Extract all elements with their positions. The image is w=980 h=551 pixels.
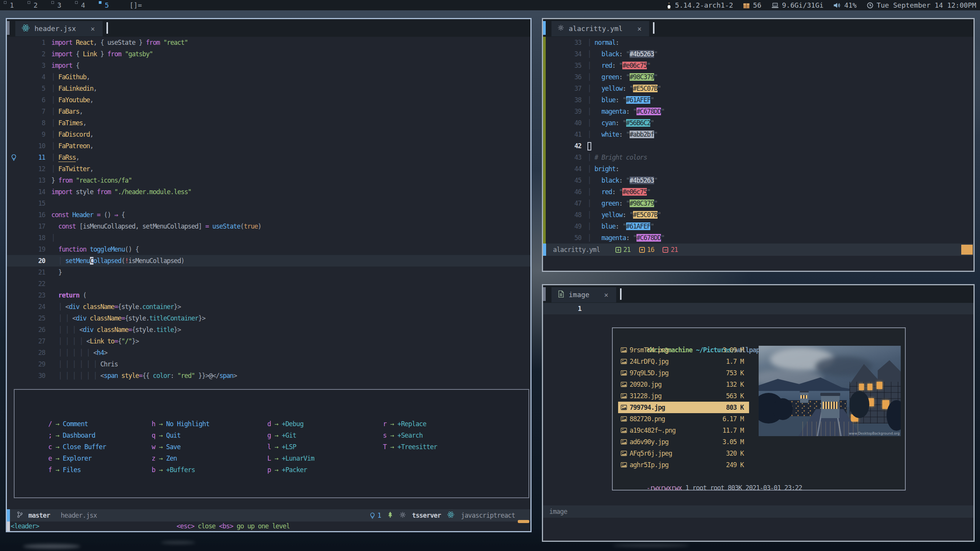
tab-image[interactable]: image ×: [551, 287, 616, 302]
which-key-binding-c[interactable]: c → Close Buffer: [48, 441, 106, 453]
close-icon[interactable]: ×: [604, 291, 608, 299]
file-manager-float[interactable]: chris@machine ~/Pictures/wallpapers/7997…: [612, 327, 906, 491]
code-line-29[interactable]: 29 │ │ │ │ │ │ Chris: [7, 358, 530, 370]
which-key-binding-r[interactable]: r → +Replace: [383, 418, 437, 430]
code-line-9[interactable]: 9│ FaDiscord,: [7, 129, 530, 140]
window-image-preview[interactable]: image × 1 chris@machine ~/Pictures/wallp…: [542, 284, 975, 542]
code-line-26[interactable]: 26 │ │ │ <div className={style.title}>: [7, 324, 530, 335]
window-editor-alacritty[interactable]: alacritty.yml × 33│ normal:34│ black: "#…: [542, 18, 975, 272]
code-line-25[interactable]: 25 │ │ <div className={style.titleContai…: [7, 312, 530, 324]
code-line-22[interactable]: 22: [7, 278, 530, 289]
which-key-binding-T[interactable]: T → +Treesitter: [383, 441, 437, 453]
tab-header-jsx[interactable]: header.jsx ×: [15, 21, 103, 36]
file-row-882720.png[interactable]: 882720.png6.17 M: [618, 413, 749, 425]
code-line-19[interactable]: 19 function toggleMenu() {: [7, 244, 530, 255]
workspace-tag-1[interactable]: 1: [0, 0, 24, 10]
window-editor-left[interactable]: header.jsx × 1import React, { useState }…: [6, 18, 532, 532]
which-key-binding-w[interactable]: w → Save: [152, 441, 209, 453]
command-line-left[interactable]: <leader> <esc> close <bs> go up one leve…: [7, 522, 530, 531]
code-line-37[interactable]: 37│ yellow: "#E5C07B": [543, 83, 973, 94]
scrollbar-thumb[interactable]: [518, 520, 529, 523]
code-line-28[interactable]: 28 │ │ │ │ │ <h4>: [7, 347, 530, 358]
which-key-binding-q[interactable]: q → Quit: [152, 430, 209, 441]
code-line-17[interactable]: 17 const [isMenuCollapsed, setMenuCollap…: [7, 221, 530, 232]
code-line-49[interactable]: 49│ blue: "#61AFEF": [543, 221, 973, 232]
file-row-AFq5r6j.jpeg[interactable]: AFq5r6j.jpeg320 K: [618, 448, 749, 459]
code-line-27[interactable]: 27 │ │ │ │ <Link to={"/"}>: [7, 335, 530, 347]
code-line-1[interactable]: 1: [543, 303, 973, 314]
code-line-20[interactable]: 20 │ setMenuCollapsed(!isMenuCollapsed): [7, 255, 530, 267]
file-row-20920.jpg[interactable]: 20920.jpg132 K: [618, 379, 749, 390]
code-line-44[interactable]: 44│ bright:: [543, 163, 973, 175]
code-line-16[interactable]: 16const Header = () ⇒ {: [7, 209, 530, 221]
code-line-8[interactable]: 8│ FaTimes,: [7, 117, 530, 129]
code-line-48[interactable]: 48│ yellow: "#E5C07B": [543, 209, 973, 221]
close-icon[interactable]: ×: [90, 25, 95, 33]
file-row-aghr5Ip.jpg[interactable]: aghr5Ip.jpg249 K: [618, 459, 749, 471]
which-key-binding-s[interactable]: s → +Search: [383, 430, 437, 441]
which-key-binding-h[interactable]: h → No Highlight: [152, 418, 209, 430]
which-key-binding-f[interactable]: f → Files: [48, 464, 106, 476]
file-row-31228.jpg[interactable]: 31228.jpg563 K: [618, 390, 749, 402]
scroll-indicator[interactable]: [7, 21, 10, 35]
code-line-23[interactable]: 23 return (: [7, 289, 530, 301]
code-line-41[interactable]: 41│ white: "#abb2bf": [543, 129, 973, 140]
code-line-11[interactable]: 11│ FaRss,: [7, 152, 530, 163]
which-key-binding-l[interactable]: l → +LSP: [267, 441, 314, 453]
code-line-21[interactable]: 21 }: [7, 267, 530, 278]
which-key-binding-/[interactable]: / → Comment: [48, 418, 106, 430]
which-key-binding-L[interactable]: L → +LunarVim: [267, 453, 314, 464]
command-line-alacritty[interactable]: [543, 256, 973, 271]
file-row-97q9L5D.jpg[interactable]: 97q9L5D.jpg753 K: [618, 367, 749, 379]
code-line-46[interactable]: 46│ red: "#e06c75": [543, 186, 973, 198]
code-line-4[interactable]: 4│ FaGithub,: [7, 71, 530, 83]
workspace-tag-2[interactable]: 2: [24, 0, 47, 10]
which-key-binding-p[interactable]: p → +Packer: [267, 464, 314, 476]
scrollbar-thumb[interactable]: [961, 245, 973, 255]
code-line-3[interactable]: 3import {: [7, 60, 530, 71]
scrollbar-strip[interactable]: [543, 37, 546, 244]
code-line-39[interactable]: 39│ magenta: "#C678DD": [543, 106, 973, 117]
code-line-18[interactable]: 18│: [7, 232, 530, 244]
code-line-15[interactable]: 15: [7, 198, 530, 209]
code-line-12[interactable]: 12│ FaTwitter,: [7, 163, 530, 175]
tab-alacritty-yml[interactable]: alacritty.yml ×: [551, 21, 649, 36]
code-line-40[interactable]: 40│ cyan: "#56B6C2": [543, 117, 973, 129]
code-area-alacritty[interactable]: 33│ normal:34│ black: "#4b5263"35│ red: …: [543, 37, 973, 244]
code-line-10[interactable]: 10│ FaPatreon,: [7, 140, 530, 152]
code-line-24[interactable]: 24 │ <div className={style.container}>: [7, 301, 530, 312]
code-line-34[interactable]: 34│ black: "#4b5263": [543, 48, 973, 60]
which-key-binding-d[interactable]: d → +Debug: [267, 418, 314, 430]
close-icon[interactable]: ×: [637, 25, 641, 33]
code-line-36[interactable]: 36│ green: "#98C379": [543, 71, 973, 83]
layout-indicator[interactable]: []=: [129, 1, 142, 9]
code-line-2[interactable]: 2import { Link } from "gatsby": [7, 48, 530, 60]
workspace-tag-3[interactable]: 3: [47, 0, 71, 10]
which-key-binding-z[interactable]: z → Zen: [152, 453, 209, 464]
command-line-image[interactable]: [543, 518, 973, 541]
code-line-42[interactable]: 42: [543, 140, 973, 152]
file-row-9rsmTK4.png[interactable]: 9rsmTK4.png3.09 M: [618, 344, 749, 356]
code-line-33[interactable]: 33│ normal:: [543, 37, 973, 48]
code-line-45[interactable]: 45│ black: "#4b5263": [543, 175, 973, 186]
file-row-24LrDFQ.jpg[interactable]: 24LrDFQ.jpg1.7 M: [618, 356, 749, 367]
code-line-13[interactable]: 13} from "react-icons/fa": [7, 175, 530, 186]
code-line-43[interactable]: 43│ # Bright colors: [543, 152, 973, 163]
code-line-5[interactable]: 5│ FaLinkedin,: [7, 83, 530, 94]
scroll-indicator[interactable]: [543, 21, 546, 35]
file-row-a19c482f~.png[interactable]: a19c482f~.png11.7 M: [618, 425, 749, 436]
file-row-799794.jpg[interactable]: 799794.jpg803 K: [618, 402, 749, 413]
workspace-tag-4[interactable]: 4: [71, 0, 95, 10]
code-line-14[interactable]: 14import style from "./header.module.les…: [7, 186, 530, 198]
code-line-38[interactable]: 38│ blue: "#61AFEF": [543, 94, 973, 106]
code-line-7[interactable]: 7│ FaBars,: [7, 106, 530, 117]
file-row-ad6v90y.jpg[interactable]: ad6v90y.jpg3.05 M: [618, 436, 749, 448]
which-key-binding-;[interactable]: ; → Dashboard: [48, 430, 106, 441]
workspace-tag-5[interactable]: 5: [95, 0, 119, 10]
scroll-indicator[interactable]: [543, 287, 546, 301]
code-line-6[interactable]: 6│ FaYoutube,: [7, 94, 530, 106]
which-key-binding-g[interactable]: g → +Git: [267, 430, 314, 441]
which-key-binding-b[interactable]: b → +Buffers: [152, 464, 209, 476]
code-line-1[interactable]: 1import React, { useState } from "react": [7, 37, 530, 48]
code-line-47[interactable]: 47│ green: "#98C379": [543, 198, 973, 209]
